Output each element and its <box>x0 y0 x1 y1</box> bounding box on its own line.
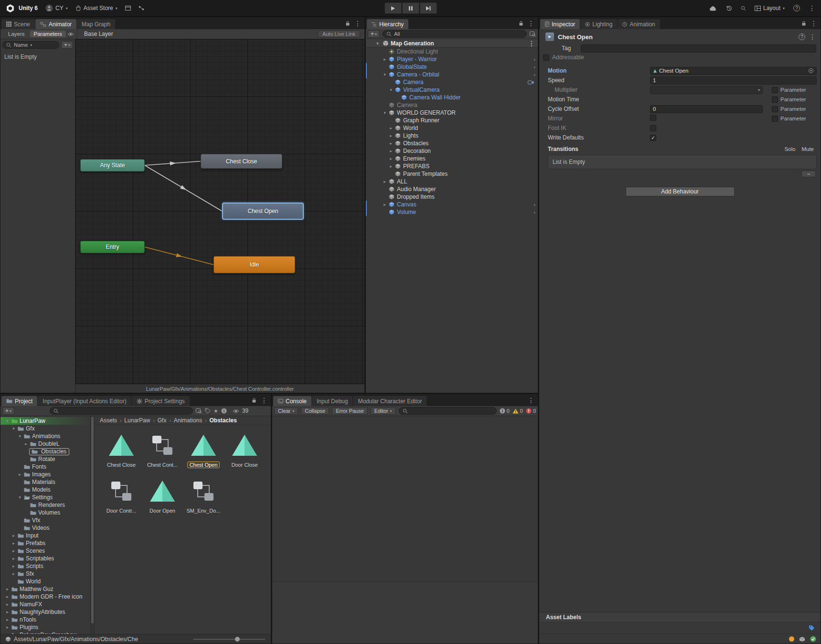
hierarchy-item-camera[interactable]: Camera <box>366 101 538 109</box>
hierarchy-item-dropped-items[interactable]: Dropped Items <box>366 193 538 201</box>
project-folder-volumes[interactable]: Volumes <box>0 509 90 516</box>
inspector-tab-animation[interactable]: Animation <box>618 19 660 29</box>
layer-breadcrumb[interactable]: Base Layer <box>84 31 113 37</box>
expander-closed-icon[interactable]: ▸ <box>388 126 394 130</box>
expander-closed-icon[interactable]: ▸ <box>11 556 17 561</box>
cycle-offset-input[interactable] <box>653 106 760 112</box>
expander-closed-icon[interactable]: ▸ <box>4 625 11 630</box>
asset-sm-env-do[interactable]: SM_Env_Do... <box>183 476 224 521</box>
asset-labels-header[interactable]: Asset Labels <box>539 612 821 623</box>
project-folder-world[interactable]: World <box>0 578 90 585</box>
asset-door-close[interactable]: Door Close <box>224 430 265 475</box>
warning-count[interactable]: 0 <box>512 408 523 414</box>
expander-open-icon[interactable]: ▾ <box>388 87 394 92</box>
eye-icon[interactable] <box>233 409 239 413</box>
hierarchy-item-globalstate[interactable]: GlobalState› <box>366 63 538 71</box>
lock-icon[interactable] <box>519 21 523 26</box>
expander-closed-icon[interactable]: ▸ <box>382 179 388 184</box>
hierarchy-item-camera[interactable]: Camera <box>366 78 538 86</box>
history-icon[interactable] <box>726 5 732 11</box>
tree-scrollbar[interactable] <box>90 416 95 634</box>
asset-chest-open[interactable]: Chest Open <box>183 430 224 475</box>
asset-door-contr[interactable]: Door Contr... <box>101 476 142 521</box>
editor-dropdown[interactable]: Editor▾ <box>371 407 396 415</box>
ok-check-icon[interactable] <box>810 636 816 642</box>
expander-closed-icon[interactable]: ▸ <box>11 548 17 553</box>
kebab-menu-icon[interactable]: ⋮ <box>528 20 534 27</box>
project-folder-obstacles[interactable]: Obstacles <box>0 448 90 455</box>
hierarchy-item-decoration[interactable]: ▸Decoration <box>366 147 538 155</box>
search-by-type-icon[interactable] <box>530 32 536 37</box>
project-folder-ntools[interactable]: ▸nTools <box>0 616 90 623</box>
hierarchy-item-world-generator[interactable]: ▾WORLD GENERATOR <box>366 109 538 117</box>
breadcrumb-lunarpaw[interactable]: LunarPaw <box>124 417 150 424</box>
expander-open-icon[interactable]: ▾ <box>382 110 388 115</box>
expander-closed-icon[interactable]: ▸ <box>4 587 11 591</box>
parameters-tab[interactable]: Parameters <box>30 31 66 37</box>
kebab-menu-icon[interactable]: ⋮ <box>809 5 815 11</box>
console-log-area[interactable] <box>272 416 538 644</box>
project-folder-renderers[interactable]: Renderers <box>0 501 90 509</box>
mirror-checkbox[interactable] <box>650 115 656 121</box>
hierarchy-item-prefabs[interactable]: ▸PREFABS <box>366 162 538 170</box>
animator-state-any-state[interactable]: Any State <box>80 159 145 172</box>
cycle-offset-field[interactable] <box>650 105 763 113</box>
project-folder-fonts[interactable]: Fonts <box>0 463 90 471</box>
animator-graph-canvas[interactable]: Any StateChest CloseChest OpenEntryIdle … <box>75 39 364 393</box>
console-tab-console[interactable]: Console <box>273 396 311 406</box>
hierarchy-item-enemies[interactable]: ▸Enemies <box>366 155 538 162</box>
project-folder-settings[interactable]: ▾Settings <box>0 494 90 501</box>
multiplier-dropdown[interactable]: ▾ <box>650 86 763 94</box>
project-folder-prefabs[interactable]: ▸Prefabs <box>0 539 90 547</box>
project-tab-inputplayer-input-actions-editor[interactable]: InputPlayer (Input Actions Editor) <box>38 396 131 406</box>
breadcrumb-assets[interactable]: Assets <box>100 417 117 424</box>
multiplier-parameter-checkbox[interactable] <box>772 87 778 93</box>
zoom-slider[interactable] <box>193 639 265 640</box>
expander-closed-icon[interactable]: ▸ <box>388 133 394 138</box>
animator-state-chest-open[interactable]: Chest Open <box>222 203 304 220</box>
step-button[interactable] <box>420 2 437 14</box>
project-folder-naughtyattributes[interactable]: ▸NaughtyAttributes <box>0 608 90 616</box>
error-count[interactable]: 0 <box>526 408 536 414</box>
inspector-tab-inspector[interactable]: Inspector <box>540 19 580 29</box>
expander-closed-icon[interactable]: ▸ <box>11 533 17 538</box>
lock-icon[interactable] <box>345 21 350 26</box>
node-graph-icon[interactable] <box>139 6 144 11</box>
kebab-menu-icon[interactable]: ⋮ <box>810 20 817 27</box>
animator-state-idle[interactable]: Idle <box>213 256 295 273</box>
window-pane-icon[interactable] <box>125 6 131 11</box>
hierarchy-item-player-warrior[interactable]: ▸Player - Warrior› <box>366 55 538 63</box>
project-folder-matthew-guz[interactable]: ▸Matthew Guz <box>0 585 90 593</box>
pause-button[interactable] <box>402 2 419 14</box>
project-folder-videos[interactable]: Videos <box>0 524 90 532</box>
prefab-chevron-icon[interactable]: › <box>533 56 535 62</box>
project-folder-rotate[interactable]: Rotate <box>0 455 90 463</box>
expander-open-icon[interactable]: ▾ <box>17 495 23 500</box>
expander-closed-icon[interactable]: ▸ <box>17 472 23 477</box>
expander-closed-icon[interactable]: ▸ <box>388 141 394 146</box>
eye-icon[interactable] <box>67 32 74 36</box>
help-icon[interactable]: ? <box>799 33 805 40</box>
cloud-icon[interactable] <box>709 6 717 11</box>
play-button[interactable] <box>384 2 402 14</box>
expander-closed-icon[interactable]: ▸ <box>388 164 394 169</box>
project-folder-namufx[interactable]: ▸NamuFX <box>0 601 90 608</box>
expander-closed-icon[interactable]: ▸ <box>4 594 11 599</box>
expander-closed-icon[interactable]: ▸ <box>382 57 388 62</box>
project-folder-images[interactable]: ▸Images <box>0 471 90 478</box>
project-search-input[interactable] <box>50 407 193 415</box>
animator-tab-animator[interactable]: Animator <box>35 19 76 29</box>
expander-open-icon[interactable]: ▾ <box>17 434 23 439</box>
object-picker-icon[interactable] <box>808 68 814 74</box>
project-folder-sfx[interactable]: ▸Sfx <box>0 570 90 578</box>
animator-state-chest-close[interactable]: Chest Close <box>201 154 282 169</box>
kebab-menu-icon[interactable]: ⋮ <box>528 40 535 47</box>
animator-tab-map-graph[interactable]: Map Graph <box>77 19 115 29</box>
project-folder-modern-gdr-free-icon[interactable]: ▸Modern GDR - Free icon <box>0 593 90 601</box>
account-menu[interactable]: CY ▾ <box>45 4 68 12</box>
console-detail-pane[interactable] <box>272 581 538 644</box>
parameter-search-input[interactable]: Name ▾ <box>2 41 59 49</box>
kebab-menu-icon[interactable]: ⋮ <box>528 397 534 404</box>
label-filter-icon[interactable] <box>205 408 211 414</box>
foot-ik-checkbox[interactable] <box>650 125 656 131</box>
